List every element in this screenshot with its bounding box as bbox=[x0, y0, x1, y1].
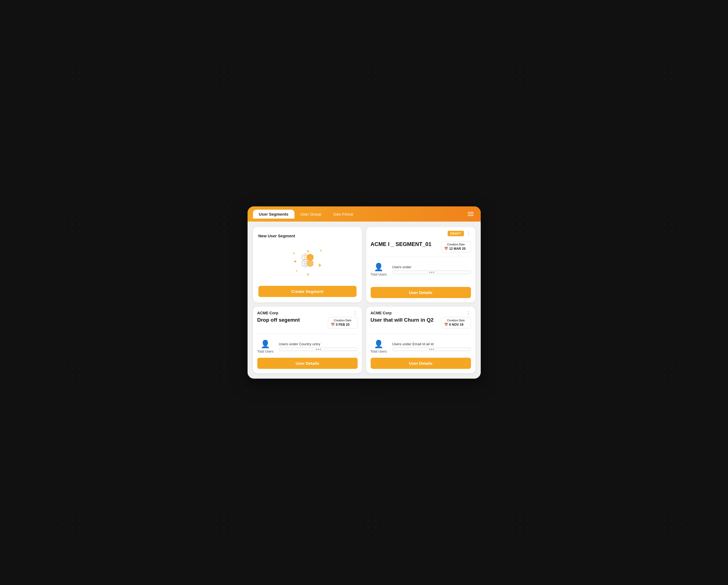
total-users-col-3: 👤 Total Users bbox=[371, 339, 387, 353]
main-content: New User Segment bbox=[248, 222, 481, 379]
more-options-icon-3[interactable]: ⋮ bbox=[466, 310, 471, 315]
app-container: User Segments User Group Geo Fence New U… bbox=[248, 206, 481, 379]
segment-card-3: ACME Corp ⋮ User that will Churn in Q2 C… bbox=[366, 307, 475, 373]
segment-card-1: DRAFT ⋮ ACME I _ SEGMENT_01 Creation Dat… bbox=[366, 227, 475, 302]
segment-name-1: ACME I _ SEGMENT_01 bbox=[371, 241, 438, 247]
segment-card-3-body: User that will Churn in Q2 Creation Date… bbox=[366, 317, 475, 358]
users-under-text-2: Users under Country untry bbox=[279, 342, 358, 346]
users-under-text-1: Users under bbox=[392, 265, 471, 269]
user-details-button-1[interactable]: User Details bbox=[371, 287, 471, 298]
users-under-badge-1 bbox=[392, 271, 471, 274]
segment-title-row-2: Drop off segemnt Creation Date 📅 5 FEB 2… bbox=[257, 317, 358, 328]
creation-date-value-1: 📅 12 MAR 20 bbox=[444, 247, 468, 251]
segment-title-3: User that will Churn in Q2 bbox=[371, 317, 438, 323]
user-icon-3: 👤 bbox=[374, 339, 383, 349]
new-segment-title: New User Segment bbox=[258, 233, 295, 238]
svg-point-0 bbox=[293, 253, 295, 254]
creation-date-label-2: Creation Date bbox=[331, 319, 355, 322]
calendar-icon-2: 📅 bbox=[331, 323, 335, 327]
creation-date-value-3: 📅 6 NOV 19 bbox=[444, 323, 468, 327]
calendar-icon-3: 📅 bbox=[444, 323, 448, 327]
total-users-label-2: Total Users bbox=[257, 350, 274, 353]
calendar-icon-1: 📅 bbox=[444, 247, 448, 251]
users-row-2: 👤 Total Users Users under Country untry bbox=[257, 337, 358, 358]
user-details-button-2[interactable]: User Details bbox=[257, 358, 358, 369]
svg-point-7 bbox=[307, 273, 309, 276]
creation-date-box-1: Creation Date 📅 12 MAR 20 bbox=[441, 241, 471, 253]
segment-card-2-body: Drop off segemnt Creation Date 📅 5 FEB 2… bbox=[253, 317, 362, 358]
creation-date-label-1: Creation Date bbox=[444, 243, 468, 246]
divider-3 bbox=[371, 334, 471, 334]
segment-title-row-3: User that will Churn in Q2 Creation Date… bbox=[371, 317, 471, 328]
segment-illustration bbox=[288, 245, 327, 280]
hamburger-menu-button[interactable] bbox=[466, 210, 475, 218]
more-options-icon-2[interactable]: ⋮ bbox=[353, 310, 358, 315]
svg-point-6 bbox=[307, 250, 309, 252]
segment-title-2: Drop off segemnt bbox=[257, 317, 325, 323]
divider-2 bbox=[257, 334, 358, 334]
draft-badge: DRAFT bbox=[448, 231, 464, 236]
nav-bar: User Segments User Group Geo Fence bbox=[248, 206, 481, 222]
tab-geo-fence[interactable]: Geo Fence bbox=[327, 210, 359, 219]
segment-card-1-body: ACME I _ SEGMENT_01 Creation Date 📅 12 M… bbox=[366, 238, 475, 287]
segment-card-1-header: DRAFT ⋮ bbox=[366, 227, 475, 238]
svg-point-1 bbox=[320, 250, 322, 251]
total-users-label-3: Total Users bbox=[371, 350, 387, 353]
user-icon-2: 👤 bbox=[261, 339, 270, 349]
tab-user-group[interactable]: User Group bbox=[294, 210, 328, 219]
svg-marker-11 bbox=[307, 259, 313, 267]
user-icon-1: 👤 bbox=[374, 262, 383, 272]
svg-marker-4 bbox=[293, 260, 296, 263]
svg-point-3 bbox=[296, 270, 297, 272]
total-users-label-1: Total Users bbox=[371, 273, 387, 276]
users-under-badge-3 bbox=[392, 348, 471, 351]
creation-date-label-3: Creation Date bbox=[444, 319, 468, 322]
users-row-1: 👤 Total Users Users under bbox=[371, 260, 471, 281]
segment-name-row-1: ACME I _ SEGMENT_01 Creation Date 📅 12 M… bbox=[371, 241, 471, 253]
new-segment-card: New User Segment bbox=[253, 227, 362, 302]
company-name-2: ACME Corp bbox=[257, 311, 279, 315]
company-name-3: ACME Corp bbox=[371, 311, 392, 315]
divider-1 bbox=[371, 257, 471, 257]
tab-user-segments[interactable]: User Segments bbox=[253, 210, 294, 219]
more-options-icon-1[interactable]: ⋮ bbox=[466, 231, 471, 236]
users-under-col-2: Users under Country untry bbox=[279, 342, 358, 351]
total-users-col-1: 👤 Total Users bbox=[371, 262, 387, 276]
creation-date-box-3: Creation Date 📅 6 NOV 19 bbox=[441, 317, 471, 328]
creation-date-box-2: Creation Date 📅 5 FEB 20 bbox=[328, 317, 358, 328]
users-under-col-3: Users under Email Id ail Id bbox=[392, 342, 471, 351]
total-users-col-2: 👤 Total Users bbox=[257, 339, 274, 353]
users-under-col-1: Users under bbox=[392, 265, 471, 274]
segment-card-3-header: ACME Corp ⋮ bbox=[366, 307, 475, 317]
segment-card-2-header: ACME Corp ⋮ bbox=[253, 307, 362, 317]
users-row-3: 👤 Total Users Users under Email Id ail I… bbox=[371, 337, 471, 358]
users-under-text-3: Users under Email Id ail Id bbox=[392, 342, 471, 346]
creation-date-value-2: 📅 5 FEB 20 bbox=[331, 323, 355, 327]
create-segment-button[interactable]: Create Segment bbox=[258, 286, 357, 297]
segment-card-2: ACME Corp ⋮ Drop off segemnt Creation Da… bbox=[253, 307, 362, 373]
users-under-badge-2 bbox=[279, 348, 358, 351]
user-details-button-3[interactable]: User Details bbox=[371, 358, 471, 369]
